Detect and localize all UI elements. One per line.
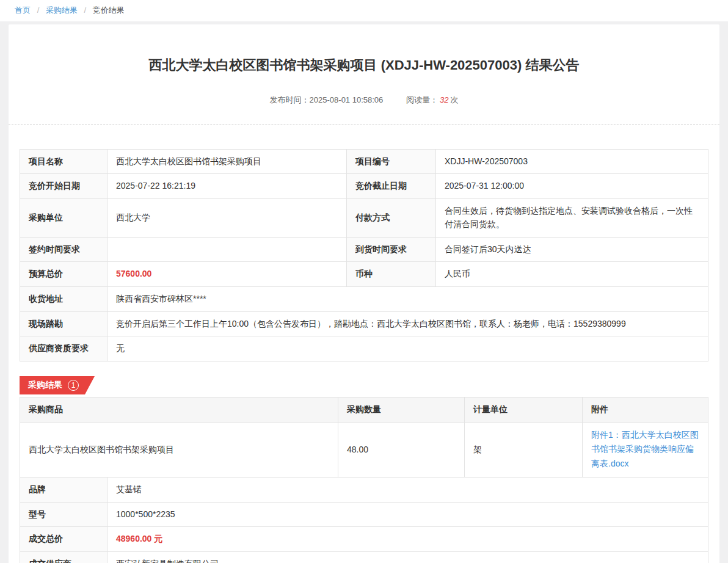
- field-value: 西北大学: [107, 199, 347, 237]
- budget-total-value: 57600.00: [107, 262, 347, 287]
- unit-cell: 架: [465, 422, 583, 477]
- field-label: 竞价截止日期: [347, 174, 436, 199]
- breadcrumb: 首页 / 采购结果 / 竞价结果: [0, 0, 728, 21]
- breadcrumb-separator: /: [84, 5, 87, 15]
- field-value: 无: [107, 336, 708, 361]
- field-label: 竞价开始日期: [20, 174, 107, 199]
- field-label: 成交供应商: [20, 552, 107, 563]
- breadcrumb-home-link[interactable]: 首页: [15, 5, 31, 15]
- quantity-cell: 48.00: [338, 422, 465, 477]
- field-label: 预算总价: [20, 262, 107, 287]
- field-label: 型号: [20, 502, 107, 527]
- field-value: [107, 237, 347, 262]
- table-row: 竞价开始日期 2025-07-22 16:21:19 竞价截止日期 2025-0…: [20, 174, 708, 199]
- field-label: 收货地址: [20, 286, 107, 311]
- field-label: 币种: [347, 262, 436, 287]
- table-header-row: 采购商品 采购数量 计量单位 附件: [20, 397, 708, 422]
- attachment-link[interactable]: 附件1：西北大学太白校区图书馆书架采购货物类响应偏离表.docx: [591, 430, 699, 469]
- field-value: 合同签订后30天内送达: [436, 237, 708, 262]
- field-label: 品牌: [20, 478, 107, 503]
- field-value: 2025-07-22 16:21:19: [107, 174, 347, 199]
- table-row: 收货地址 陕西省西安市碑林区****: [20, 286, 708, 311]
- attachment-cell: 附件1：西北大学太白校区图书馆书架采购货物类响应偏离表.docx: [583, 422, 708, 477]
- field-label: 成交总价: [20, 527, 107, 552]
- read-count-value: 32: [440, 95, 448, 104]
- project-info-table: 项目名称 西北大学太白校区图书馆书架采购项目 项目编号 XDJJ-HW-2025…: [20, 149, 708, 361]
- field-label: 供应商资质要求: [20, 336, 107, 361]
- field-label: 项目编号: [347, 149, 436, 174]
- table-row: 供应商资质要求 无: [20, 336, 708, 361]
- table-row: 项目名称 西北大学太白校区图书馆书架采购项目 项目编号 XDJJ-HW-2025…: [20, 149, 708, 174]
- field-value: 陕西省西安市碑林区****: [107, 286, 708, 311]
- table-row: 成交供应商 西安弘新家具制造有限公司: [20, 552, 708, 563]
- table-row: 品牌 艾基锘: [20, 478, 708, 503]
- table-row: 现场踏勘 竞价开启后第三个工作日上午10:00（包含公告发布日），踏勘地点：西北…: [20, 311, 708, 336]
- field-label: 现场踏勘: [20, 311, 107, 336]
- deal-total-price-value: 48960.00 元: [107, 527, 708, 552]
- brand-value: 艾基锘: [107, 478, 708, 503]
- announcement-meta: 发布时间：2025-08-01 10:58:06 阅读量：32次: [9, 95, 719, 106]
- breadcrumb-purchase-results-link[interactable]: 采购结果: [46, 5, 78, 15]
- purchase-result-badge: 采购结果 1: [20, 376, 95, 394]
- field-value: XDJJ-HW-202507003: [436, 149, 708, 174]
- result-section-header: 采购结果 1: [20, 376, 708, 394]
- table-row: 预算总价 57600.00 币种 人民币: [20, 262, 708, 287]
- read-count-label: 阅读量：: [406, 95, 438, 104]
- table-row: 成交总价 48960.00 元: [20, 527, 708, 552]
- field-value: 西北大学太白校区图书馆书架采购项目: [107, 149, 347, 174]
- field-label: 到货时间要求: [347, 237, 436, 262]
- column-header: 计量单位: [465, 397, 583, 422]
- column-header: 附件: [583, 397, 708, 422]
- table-row: 采购单位 西北大学 付款方式 合同生效后，待货物到达指定地点、安装调试验收合格后…: [20, 199, 708, 237]
- field-value: 竞价开启后第三个工作日上午10:00（包含公告发布日），踏勘地点：西北大学太白校…: [107, 311, 708, 336]
- purchase-result-count-icon: 1: [68, 380, 79, 391]
- product-name-cell: 西北大学太白校区图书馆书架采购项目: [20, 422, 338, 477]
- field-value: 人民币: [436, 262, 708, 287]
- table-row: 型号 1000*500*2235: [20, 502, 708, 527]
- column-header: 采购数量: [338, 397, 465, 422]
- field-label: 签约时间要求: [20, 237, 107, 262]
- model-value: 1000*500*2235: [107, 502, 708, 527]
- purchase-result-badge-label: 采购结果: [28, 380, 62, 391]
- deal-detail-table: 品牌 艾基锘 型号 1000*500*2235 成交总价 48960.00 元 …: [20, 477, 708, 563]
- field-label: 项目名称: [20, 149, 107, 174]
- page-title: 西北大学太白校区图书馆书架采购项目 (XDJJ-HW-202507003) 结果…: [9, 24, 719, 75]
- breadcrumb-current: 竞价结果: [93, 5, 125, 15]
- publish-time-value: 2025-08-01 10:58:06: [310, 95, 384, 104]
- field-value: 2025-07-31 12:00:00: [436, 174, 708, 199]
- announcement-content: 项目名称 西北大学太白校区图书馆书架采购项目 项目编号 XDJJ-HW-2025…: [9, 125, 719, 563]
- field-label: 采购单位: [20, 199, 107, 237]
- table-row: 签约时间要求 到货时间要求 合同签订后30天内送达: [20, 237, 708, 262]
- publish-time-label: 发布时间：: [270, 95, 310, 104]
- read-count-unit: 次: [450, 95, 458, 104]
- announcement-card: 西北大学太白校区图书馆书架采购项目 (XDJJ-HW-202507003) 结果…: [9, 24, 719, 563]
- breadcrumb-separator: /: [37, 5, 40, 15]
- purchase-result-table: 采购商品 采购数量 计量单位 附件 西北大学太白校区图书馆书架采购项目 48.0…: [20, 397, 708, 478]
- supplier-value: 西安弘新家具制造有限公司: [107, 552, 708, 563]
- column-header: 采购商品: [20, 397, 338, 422]
- field-label: 付款方式: [347, 199, 436, 237]
- field-value: 合同生效后，待货物到达指定地点、安装调试验收合格后，一次性付清合同货款。: [436, 199, 708, 237]
- read-count: 阅读量：32次: [406, 95, 458, 104]
- publish-time: 发布时间：2025-08-01 10:58:06: [270, 95, 385, 104]
- table-row: 西北大学太白校区图书馆书架采购项目 48.00 架 附件1：西北大学太白校区图书…: [20, 422, 708, 477]
